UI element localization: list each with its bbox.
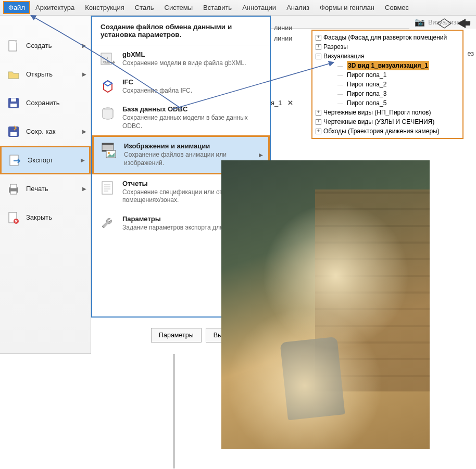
svg-marker-0 [437, 19, 451, 28]
ribbon-shapes [436, 18, 471, 29]
arrow-shape-icon[interactable] [456, 18, 471, 29]
export-item-title: Изображения и анимации [124, 142, 261, 150]
options-button[interactable]: Параметры [151, 328, 202, 343]
svg-rect-1 [9, 41, 17, 51]
tree-label: Чертежные виды (НП_Пироги полов) [323, 108, 431, 117]
report-icon [99, 180, 116, 196]
lines-text-2: линии [274, 33, 292, 44]
export-panel-header: Создание файлов обмена данными и установ… [92, 17, 270, 45]
tree-label: Разрезы [323, 42, 348, 52]
film-image-icon [101, 142, 118, 159]
tree-label: Обходы (Траектория движения камеры) [323, 126, 440, 136]
svg-rect-19 [102, 143, 114, 145]
diamond-icon[interactable] [436, 18, 452, 29]
tree-row[interactable]: +Разрезы [316, 42, 459, 52]
chevron-right-icon: ▶ [82, 129, 86, 134]
export-item-ifc[interactable]: IFC Сохранение файла IFC. [92, 73, 270, 100]
file-item-label: Сохранить [26, 99, 60, 107]
menu-architecture[interactable]: Архитектура [30, 1, 80, 14]
file-item-open[interactable]: Открыть ▶ [0, 60, 91, 88]
file-item-saveas[interactable]: Сохр. как ▶ [0, 117, 91, 146]
menu-annotations[interactable]: Аннотации [237, 1, 281, 14]
chevron-right-icon: ▶ [82, 71, 86, 77]
svg-point-22 [108, 152, 110, 154]
file-item-save[interactable]: Сохранить [0, 88, 91, 117]
chevron-right-icon: ▶ [82, 186, 86, 192]
render-chair [280, 337, 345, 421]
tree-label-highlighted: 3D вид 1_визуализация_1 [347, 61, 429, 70]
chevron-right-icon: ▶ [81, 157, 85, 163]
menu-massing[interactable]: Формы и генплан [315, 1, 380, 14]
render-viewport[interactable] [221, 160, 430, 449]
right-fragment: ез [468, 50, 474, 57]
tree-row[interactable]: −Визуализация [316, 52, 459, 61]
svg-rect-7 [10, 132, 17, 136]
gbxml-icon: GBXML [99, 50, 116, 67]
tree-label: Пирог пола_3 [347, 89, 386, 98]
menu-systems[interactable]: Системы [159, 1, 198, 14]
tree-row[interactable]: +Фасады (Фасад для разверток помещений [316, 33, 459, 42]
lines-text-1: линии [274, 23, 292, 33]
tree-label: Пирог пола_1 [347, 70, 386, 80]
chevron-right-icon: ▶ [82, 43, 86, 48]
menu-structure[interactable]: Конструкция [80, 1, 129, 14]
open-folder-icon [6, 67, 21, 82]
expander-icon[interactable]: + [316, 35, 321, 41]
file-item-print[interactable]: Печать ▶ [0, 174, 91, 203]
save-icon [6, 96, 21, 110]
wrench-icon [99, 215, 116, 232]
panel-divider[interactable] [173, 354, 175, 468]
export-item-desc: Сохранение файла IFC. [122, 87, 262, 95]
ifc-icon [99, 78, 116, 95]
menu-steel[interactable]: Сталь [130, 1, 159, 14]
svg-rect-23 [102, 182, 112, 194]
view-tab[interactable]: я_1 ✕ [271, 99, 293, 107]
svg-rect-5 [11, 98, 16, 102]
export-item-desc: Сохранение модели в виде файла gbXML. [122, 59, 262, 68]
tree-row[interactable]: +Чертежные виды (НП_Пироги полов) [316, 108, 459, 117]
tree-row[interactable]: Пирог пола_3 [316, 89, 459, 98]
menu-file[interactable]: Файл [3, 1, 30, 14]
file-item-export[interactable]: Экспорт ▶ [0, 146, 91, 174]
print-icon [6, 182, 21, 196]
export-item-gbxml[interactable]: GBXML gbXML Сохранение модели в виде фай… [92, 45, 270, 73]
file-item-close[interactable]: Закрыть [0, 203, 91, 232]
menu-collab[interactable]: Совмес [380, 1, 414, 14]
expander-icon[interactable]: + [316, 44, 321, 50]
chevron-right-icon: ▶ [259, 152, 263, 158]
new-doc-icon [6, 39, 21, 53]
tree-row[interactable]: +Чертежные виды (УЗЛЫ И СЕЧЕНИЯ) [316, 117, 459, 126]
expander-icon[interactable]: − [316, 54, 321, 59]
tree-label: Пирог пола_5 [347, 98, 386, 108]
expander-icon[interactable]: + [316, 129, 321, 134]
svg-text:XML: XML [103, 60, 110, 64]
file-item-label: Открыть [26, 70, 53, 78]
menu-insert[interactable]: Вставить [198, 1, 237, 14]
tree-row[interactable]: Пирог пола_5 [316, 98, 459, 108]
tree-label: Пирог пола_2 [347, 80, 386, 89]
saveas-icon [6, 124, 21, 139]
expander-icon[interactable]: + [316, 110, 321, 116]
svg-rect-4 [10, 104, 17, 107]
menu-analysis[interactable]: Анализ [281, 1, 315, 14]
export-item-odbc[interactable]: База данных ODBC Сохранение данных модел… [92, 100, 270, 135]
close-icon[interactable]: ✕ [287, 99, 293, 107]
svg-text:GB: GB [103, 56, 108, 60]
expander-icon[interactable]: + [316, 119, 321, 125]
file-item-label: Сохр. как [26, 128, 55, 135]
file-item-label: Создать [26, 42, 52, 49]
file-item-new[interactable]: Создать ▶ [0, 31, 91, 60]
menubar: Файл Архитектура Конструкция Сталь Систе… [0, 0, 476, 16]
lines-fragment: линии линии [274, 23, 292, 44]
tree-row[interactable]: 3D вид 1_визуализация_1 [316, 61, 459, 70]
database-icon [99, 105, 116, 122]
tree-row[interactable]: Пирог пола_2 [316, 80, 459, 89]
export-item-title: IFC [122, 78, 262, 86]
file-menu: Создать ▶ Открыть ▶ Сохранить Сохр. как … [0, 16, 91, 354]
file-item-label: Экспорт [28, 156, 53, 164]
tree-row[interactable]: Пирог пола_1 [316, 70, 459, 80]
file-item-label: Закрыть [26, 213, 52, 221]
export-icon [8, 153, 22, 168]
tree-row[interactable]: +Обходы (Траектория движения камеры) [316, 126, 459, 136]
render-wall [315, 189, 430, 392]
